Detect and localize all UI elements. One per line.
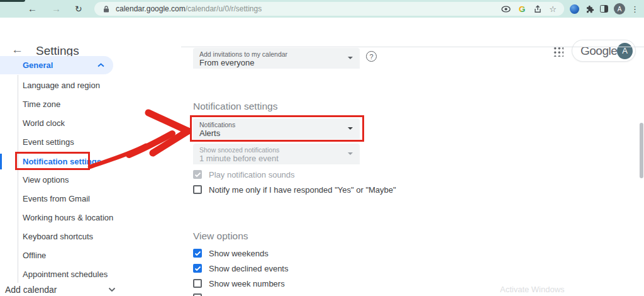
scrollbar-thumb[interactable] — [640, 123, 643, 178]
screen: ← → ↻ calendar.google.com/calendar/u/0/r… — [0, 0, 644, 296]
header-divider — [181, 47, 644, 47]
bookmark-star-icon[interactable]: ☆ — [549, 5, 557, 13]
activate-windows-watermark: Activate Windows — [500, 285, 565, 294]
url-text: calendar.google.com/calendar/u/0/r/setti… — [116, 4, 501, 13]
checkbox-checked-disabled-icon — [193, 170, 202, 179]
browser-menu-icon[interactable]: ⋮ — [631, 4, 639, 14]
side-panel-icon[interactable] — [600, 5, 608, 13]
google-apps-grid-icon[interactable] — [553, 46, 564, 57]
chevron-down-icon — [108, 287, 116, 292]
account-avatar[interactable]: A — [617, 43, 633, 59]
active-item-indicator — [0, 154, 2, 169]
browser-back-icon[interactable]: ← — [28, 2, 37, 16]
dropdown-caret-icon — [348, 152, 353, 155]
sidebar-item-working-hours-location[interactable]: Working hours & location — [23, 208, 142, 227]
checkbox-label: Show weekends — [209, 249, 269, 258]
checkbox-label: Notify me only if I have responded "Yes"… — [209, 185, 396, 195]
add-calendar-button[interactable]: Add calendar — [5, 285, 116, 295]
app-header: ← Settings Google A — [0, 18, 644, 47]
checkbox-label: Show week numbers — [209, 279, 285, 288]
checkbox-checked-icon — [193, 264, 202, 273]
checkbox-unchecked-icon — [193, 279, 202, 288]
sidebar-item-time-zone[interactable]: Time zone — [23, 94, 142, 113]
snoozed-dropdown-value: 1 minute before event — [199, 154, 279, 163]
checkbox-show-week-numbers[interactable]: Show week numbers — [193, 278, 285, 288]
window-edge — [0, 0, 25, 2]
checkbox-show-weekends[interactable]: Show weekends — [193, 248, 269, 258]
google-logo: Google — [580, 44, 617, 58]
sidebar-item-language-and-region[interactable]: Language and region — [23, 76, 142, 94]
sidebar-section-general[interactable]: General — [0, 56, 113, 74]
invitations-dropdown[interactable]: Add invitations to my calendar From ever… — [193, 48, 360, 69]
browser-reload-icon[interactable]: ↻ — [75, 2, 82, 16]
sidebar-item-notification-settings[interactable]: Notification settings — [23, 152, 142, 171]
checkbox-partial[interactable] — [193, 293, 202, 296]
google-g-icon[interactable]: G — [518, 4, 526, 14]
checkbox-checked-icon — [193, 249, 202, 258]
account-pill[interactable]: Google A — [572, 40, 635, 61]
checkbox-unchecked-icon — [193, 185, 202, 194]
checkbox-play-notification-sounds[interactable]: Play notification sounds — [193, 169, 295, 179]
preview-eye-icon[interactable] — [501, 6, 511, 13]
notification-settings-heading: Notification settings — [193, 101, 277, 112]
notifications-dropdown-value: Alerts — [199, 128, 220, 138]
share-icon[interactable] — [533, 5, 542, 13]
url-host: calendar.google.com — [116, 4, 186, 13]
help-icon[interactable]: ? — [366, 51, 377, 62]
invitations-dropdown-label: Add invitations to my calendar — [199, 50, 287, 58]
checkbox-notify-only-responded[interactable]: Notify me only if I have responded "Yes"… — [193, 185, 396, 195]
view-options-heading: View options — [193, 231, 248, 242]
extensions-puzzle-icon[interactable] — [585, 4, 594, 14]
sidebar-item-events-from-gmail[interactable]: Events from Gmail — [23, 189, 142, 208]
settings-back-icon[interactable]: ← — [11, 43, 23, 57]
checkbox-label: Show declined events — [209, 264, 288, 273]
sidebar-item-view-options[interactable]: View options — [23, 170, 142, 189]
snoozed-notifications-dropdown[interactable]: Show snoozed notifications 1 minute befo… — [193, 144, 360, 164]
url-path: /calendar/u/0/r/settings — [186, 4, 262, 13]
extension-dot-icon[interactable] — [570, 4, 579, 14]
browser-avatar[interactable]: A — [614, 3, 625, 14]
add-calendar-label: Add calendar — [5, 285, 57, 295]
sidebar-item-offline[interactable]: Offline — [23, 246, 142, 265]
snoozed-dropdown-label: Show snoozed notifications — [199, 146, 279, 154]
dropdown-caret-icon — [348, 127, 353, 130]
checkbox-label: Play notification sounds — [209, 170, 295, 179]
dropdown-caret-icon — [348, 57, 353, 59]
browser-forward-icon[interactable]: → — [52, 2, 61, 16]
sidebar-item-appointment-schedules[interactable]: Appointment schedules — [23, 265, 142, 283]
sidebar-item-event-settings[interactable]: Event settings — [23, 132, 142, 151]
notifications-dropdown[interactable]: Notifications Alerts — [193, 118, 360, 139]
sidebar-item-world-clock[interactable]: World clock — [23, 113, 142, 132]
checkbox-show-declined-events[interactable]: Show declined events — [193, 263, 288, 273]
chevron-up-icon — [97, 63, 104, 67]
lock-icon[interactable] — [103, 5, 110, 13]
sidebar-section-label: General — [23, 60, 97, 70]
svg-text:G: G — [519, 4, 525, 14]
browser-chrome: ← → ↻ calendar.google.com/calendar/u/0/r… — [0, 0, 644, 18]
address-bar[interactable]: calendar.google.com/calendar/u/0/r/setti… — [94, 2, 564, 16]
invitations-dropdown-value: From everyone — [199, 58, 254, 67]
notifications-dropdown-label: Notifications — [199, 121, 235, 128]
sidebar-tree-line — [18, 75, 18, 283]
sidebar-item-keyboard-shortcuts[interactable]: Keyboard shortcuts — [23, 227, 142, 246]
